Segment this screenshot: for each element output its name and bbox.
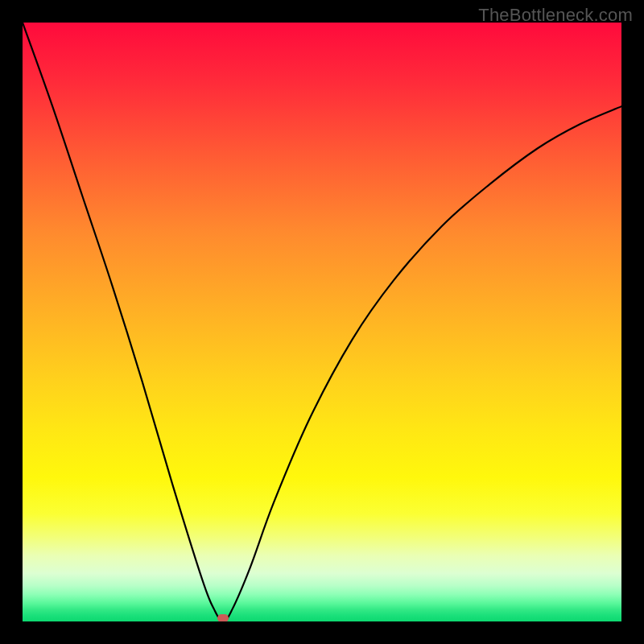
chart-frame: TheBottleneck.com <box>0 0 644 644</box>
watermark-text: TheBottleneck.com <box>478 5 633 26</box>
optimal-point-marker <box>217 614 229 621</box>
bottleneck-curve <box>23 23 621 621</box>
plot-area <box>23 23 621 621</box>
